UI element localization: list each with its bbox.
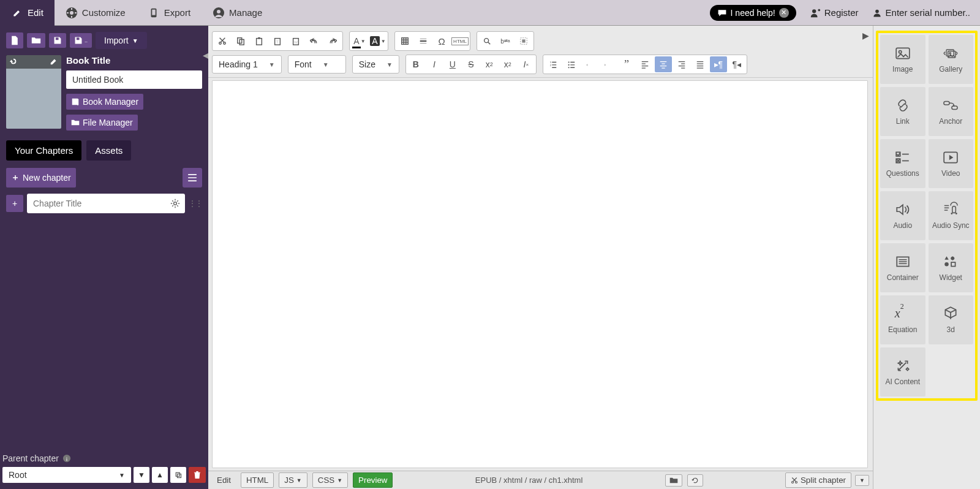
insert-questions-button[interactable]: Questions <box>880 139 925 188</box>
delete-button[interactable] <box>189 467 206 483</box>
redo-button[interactable] <box>324 33 341 49</box>
rtl-button[interactable]: ¶◂ <box>728 56 745 72</box>
ol-button[interactable]: 12 <box>545 56 562 72</box>
html-snippet-button[interactable]: HTML <box>451 33 469 49</box>
find-button[interactable] <box>478 33 496 49</box>
replace-button[interactable]: b⇄a <box>497 33 514 49</box>
paste-button[interactable] <box>251 33 268 49</box>
footer-html-button[interactable]: HTML <box>241 472 274 488</box>
save-as-button[interactable]: .. <box>70 33 92 48</box>
edit-icon[interactable] <box>50 57 58 67</box>
undo-button[interactable] <box>306 33 323 49</box>
paste-text-button[interactable]: T <box>269 33 286 49</box>
subscript-button[interactable]: x2 <box>481 56 498 72</box>
tab-export[interactable]: Export <box>137 0 202 26</box>
split-chapter-button[interactable]: Split chapter <box>785 472 851 488</box>
align-right-button[interactable] <box>673 56 690 72</box>
quote-button[interactable]: ” <box>618 56 635 72</box>
insert-3d-button[interactable]: 3d <box>929 295 974 344</box>
drag-handle-icon[interactable]: ⋮⋮ <box>189 202 202 205</box>
table-button[interactable] <box>396 33 413 49</box>
new-file-button[interactable] <box>6 32 23 48</box>
refresh-button[interactable] <box>687 474 703 487</box>
tab-customize[interactable]: Customize <box>55 0 137 26</box>
open-folder-button[interactable] <box>27 33 45 48</box>
footer-edit-button[interactable]: Edit <box>212 473 236 487</box>
new-chapter-button[interactable]: ＋ New chapter <box>6 168 76 188</box>
open-folder-button[interactable] <box>665 474 682 487</box>
font-select[interactable]: Font▼ <box>288 55 346 74</box>
underline-button[interactable]: U <box>444 56 461 72</box>
bg-color-button[interactable]: A▼ <box>369 33 386 49</box>
file-manager-button[interactable]: File Manager <box>66 115 138 131</box>
split-dropdown-button[interactable]: ▼ <box>855 475 869 486</box>
footer-css-button[interactable]: CSS ▼ <box>312 472 348 488</box>
svg-point-28 <box>224 42 226 45</box>
sidebar-tab-assets[interactable]: Assets <box>86 140 131 161</box>
align-justify-button[interactable] <box>692 56 709 72</box>
footer-js-button[interactable]: JS ▼ <box>279 472 307 488</box>
import-button[interactable]: Import ▼ <box>96 32 147 49</box>
insert-audiosync-button[interactable]: Audio Sync <box>929 191 974 240</box>
book-manager-button[interactable]: Book Manager <box>66 94 143 110</box>
align-left-button[interactable] <box>636 56 654 72</box>
insert-image-button[interactable]: Image <box>880 35 925 84</box>
svg-point-38 <box>484 39 489 43</box>
tab-edit[interactable]: Edit <box>0 0 55 26</box>
select-all-button[interactable] <box>515 33 532 49</box>
special-char-button[interactable]: Ω <box>433 33 450 49</box>
gear-icon[interactable] <box>170 199 180 208</box>
insert-ai-button[interactable]: AI Content <box>880 347 925 396</box>
insert-video-button[interactable]: Video <box>929 139 974 188</box>
hr-button[interactable] <box>415 33 432 49</box>
chapter-title-input[interactable] <box>27 194 185 213</box>
footer-preview-button[interactable]: Preview <box>353 472 393 488</box>
bold-button[interactable]: B <box>407 56 424 72</box>
size-select[interactable]: Size▼ <box>352 55 399 74</box>
sidebar-tab-chapters[interactable]: Your Chapters <box>6 140 81 161</box>
text-color-button[interactable]: A▼ <box>351 33 368 49</box>
expand-toolbar-icon[interactable]: ▶ <box>862 31 869 40</box>
serial-link[interactable]: Enter serial number.. <box>872 7 970 18</box>
insert-audio-button[interactable]: Audio <box>880 191 925 240</box>
close-icon[interactable]: ✕ <box>779 8 789 18</box>
superscript-button[interactable]: x2 <box>499 56 516 72</box>
help-button[interactable]: I need help! ✕ <box>710 5 796 21</box>
undo-icon[interactable] <box>9 57 18 67</box>
tab-assets-label: Assets <box>95 145 123 156</box>
duplicate-button[interactable] <box>170 467 186 483</box>
svg-point-1 <box>70 11 74 15</box>
ul-button[interactable] <box>563 56 580 72</box>
user-icon <box>872 8 882 18</box>
paste-word-button[interactable]: W <box>287 33 304 49</box>
align-center-button[interactable] <box>655 56 672 72</box>
indent-button[interactable] <box>600 56 617 72</box>
insert-widget-button[interactable]: Widget <box>929 243 974 292</box>
italic-button[interactable]: I <box>426 56 443 72</box>
ltr-button[interactable]: ▸¶ <box>710 56 727 72</box>
insert-equation-button[interactable]: x2 Equation <box>880 295 925 344</box>
register-link[interactable]: Register <box>810 7 859 18</box>
tab-manage[interactable]: Manage <box>202 0 273 26</box>
strike-button[interactable]: S <box>462 56 480 72</box>
insert-anchor-button[interactable]: Anchor <box>929 87 974 136</box>
chapter-menu-button[interactable] <box>183 168 202 188</box>
save-button[interactable] <box>49 33 66 48</box>
move-up-button[interactable]: ▲ <box>152 467 168 483</box>
insert-container-button[interactable]: Container <box>880 243 925 292</box>
editor-canvas[interactable] <box>212 80 868 468</box>
heading-select[interactable]: Heading 1▼ <box>212 55 282 74</box>
clear-format-button[interactable]: I× <box>518 56 535 72</box>
add-chapter-button[interactable]: + <box>6 195 23 212</box>
insert-link-button[interactable]: Link <box>880 87 925 136</box>
move-down-button[interactable]: ▼ <box>134 467 149 483</box>
info-icon[interactable]: i <box>62 454 71 463</box>
parent-chapter-select[interactable]: Root ▼ <box>2 467 131 483</box>
book-title-input[interactable] <box>66 70 202 89</box>
book-thumbnail[interactable] <box>6 55 61 129</box>
copy-button[interactable] <box>232 33 249 49</box>
insert-gallery-button[interactable]: Gallery <box>929 35 974 84</box>
outdent-button[interactable] <box>581 56 598 72</box>
cut-button[interactable] <box>214 33 231 49</box>
device-icon <box>148 7 160 19</box>
